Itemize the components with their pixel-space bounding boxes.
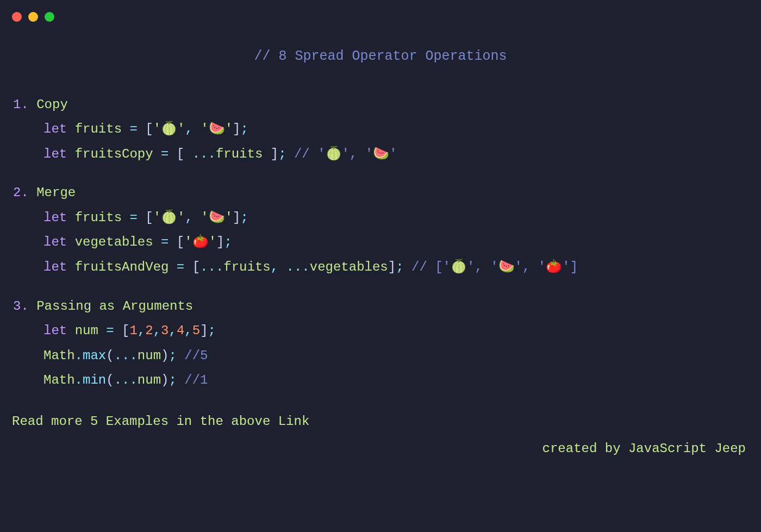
code-token: '🍉' [201,210,233,225]
code-token: ; [208,323,216,338]
code-token: let [43,323,67,338]
code-token [153,235,161,249]
code-token [67,147,74,161]
code-token: 1 [129,323,137,338]
code-token: [ [184,260,200,274]
code-token: ; [396,260,403,274]
code-token [193,122,201,136]
section-title: Merge [29,185,76,200]
code-token: ; [241,122,248,136]
code-token: '🍈' [153,210,185,225]
code-line: let fruitsAndVeg = [...fruits, ...vegeta… [13,255,749,280]
code-token [404,260,411,274]
code-token [153,147,161,161]
code-token [193,210,201,225]
code-token: let [43,147,67,161]
read-more-text: Read more 5 Examples in the above Link [12,409,749,434]
code-token: // '🍈', '🍉' [294,147,397,161]
code-token: Math [43,373,75,387]
section-title: Passing as Arguments [29,299,193,314]
code-token: , [185,122,192,136]
code-token [67,260,74,274]
code-token: let [43,235,67,249]
section-number: 3. [13,299,29,314]
code-token: = [106,323,114,338]
code-token: ; [169,348,176,363]
code-line: Math.max(...num); //5 [13,343,749,368]
code-token: 5 [192,323,200,338]
code-token: ) [161,373,169,387]
code-token: [ [138,122,153,136]
minimize-icon[interactable] [28,12,38,22]
code-token: //1 [184,373,208,387]
code-token: ( [106,348,114,363]
code-token: '🍅' [184,235,216,249]
code-token: , [271,260,278,274]
code-token: , [184,323,192,338]
code-token: 4 [177,323,184,338]
code-token: min [83,373,106,387]
code-window: // 8 Spread Operator Operations 1. Copyl… [0,0,761,473]
code-token: = [129,210,137,225]
code-token: num [138,348,161,363]
code-token [122,122,129,136]
code-line: let vegetables = ['🍅']; [13,230,749,255]
code-token: ] [233,122,240,136]
section-title: Copy [29,97,68,112]
code-token: fruitsCopy [75,147,153,161]
window-controls [12,12,749,22]
code-token: fruitsAndVeg [75,260,169,274]
code-token: ; [241,210,248,225]
code-token: '🍈' [153,122,185,136]
section-number: 1. [13,97,29,112]
code-token: , [153,323,161,338]
section-header: 1. Copy [13,92,749,117]
code-token: ( [106,373,114,387]
code-token: , [138,323,145,338]
code-token [67,323,74,338]
code-token: ... [114,348,138,363]
code-token: [ [138,210,153,225]
code-token: ... [192,147,216,161]
code-token: = [161,147,169,161]
title-comment: // 8 Spread Operator Operations [12,43,749,70]
code-token: 2 [145,323,153,338]
code-token: ] [388,260,396,274]
code-token: ; [278,147,286,161]
code-token: ; [169,373,176,387]
close-icon[interactable] [12,12,22,22]
code-token [67,210,74,225]
code-token [278,260,286,274]
maximize-icon[interactable] [45,12,54,22]
code-token: ] [233,210,240,225]
section-header: 3. Passing as Arguments [13,294,749,319]
code-token: fruits [223,260,270,274]
code-token: let [43,122,67,136]
code-token: fruits [75,210,122,225]
code-token: ... [286,260,310,274]
code-token [67,122,74,136]
code-token: ) [161,348,169,363]
code-token: [ [169,235,184,249]
code-token [67,235,74,249]
code-token: //5 [184,348,208,363]
credit-text: created by JavaScript Jeep [12,436,749,461]
code-line: let fruits = ['🍈', '🍉']; [13,117,749,142]
code-token: num [138,373,161,387]
code-line: let fruitsCopy = [ ...fruits ]; // '🍈', … [13,142,749,167]
code-block: 1. Copylet fruits = ['🍈', '🍉'];let fruit… [12,92,749,393]
code-token [286,147,294,161]
code-token: fruits [216,147,263,161]
code-token: [ [169,147,192,161]
code-token: ] [200,323,208,338]
code-token: // ['🍈', '🍉', '🍅'] [411,260,578,274]
code-token: = [161,235,169,249]
code-token: ; [224,235,232,249]
code-token: ] [263,147,278,161]
code-line: let fruits = ['🍈', '🍉']; [13,205,749,230]
code-token: num [75,323,98,338]
code-token: fruits [75,122,122,136]
code-token: vegetables [310,260,388,274]
code-token: let [43,260,67,274]
code-token: . [75,348,83,363]
